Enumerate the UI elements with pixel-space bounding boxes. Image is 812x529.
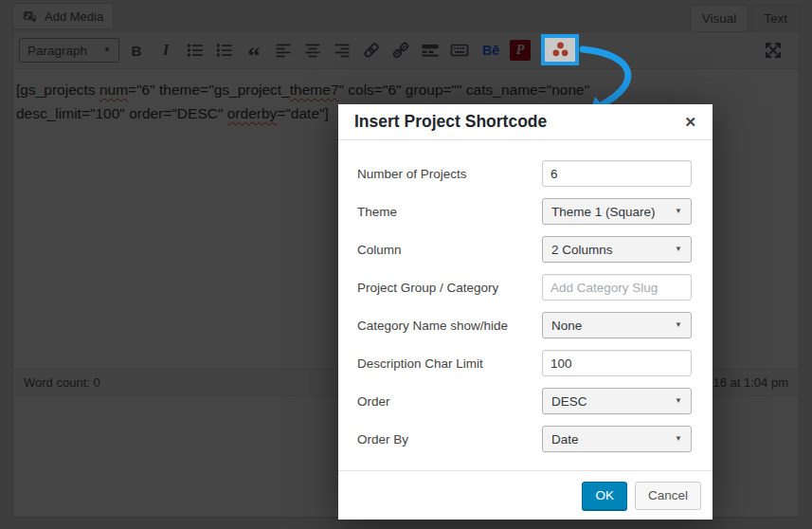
field-label: Column [357, 243, 402, 257]
dialog-body: Number of Projects Theme Theme 1 (Square… [338, 140, 713, 452]
wordpress-editor-screen: Add Media Visual Text Paragraph ▼ B I [0, 0, 812, 529]
field-label: Number of Projects [357, 167, 467, 181]
number-of-projects-input[interactable] [542, 160, 692, 187]
description-char-limit-input[interactable] [542, 350, 692, 376]
orderby-select[interactable]: Date ▼ [542, 426, 692, 452]
field-label: Order By [357, 432, 408, 447]
column-select[interactable]: 2 Columns ▼ [542, 236, 692, 263]
chevron-down-icon: ▼ [675, 208, 682, 215]
ok-button[interactable]: OK [582, 482, 627, 510]
field-row: Order DESC ▼ [357, 388, 692, 414]
category-name-select[interactable]: None ▼ [542, 312, 692, 338]
field-label: Theme [357, 205, 397, 219]
select-value: None [551, 319, 582, 333]
dialog-header: Insert Project Shortcode ✕ [338, 104, 713, 140]
dialog-title: Insert Project Shortcode [354, 112, 547, 132]
shortcode-button-highlight [541, 34, 579, 65]
dialog-footer: OK Cancel [338, 470, 713, 520]
field-row: Order By Date ▼ [357, 426, 692, 452]
chevron-down-icon: ▼ [675, 246, 682, 253]
field-row: Project Group / Category [357, 274, 692, 301]
order-select[interactable]: DESC ▼ [542, 388, 692, 414]
chevron-down-icon: ▼ [675, 321, 682, 329]
chevron-down-icon: ▼ [675, 435, 682, 443]
cancel-button[interactable]: Cancel [635, 482, 701, 510]
field-label: Project Group / Category [357, 281, 498, 295]
select-value: DESC [551, 394, 587, 409]
field-row: Description Char Limit [357, 350, 692, 376]
select-value: Date [551, 432, 579, 447]
gs-projects-dots-icon [550, 40, 570, 60]
field-row: Number of Projects [357, 160, 692, 187]
chevron-down-icon: ▼ [675, 397, 682, 405]
select-value: 2 Columns [551, 243, 613, 257]
insert-project-shortcode-dialog: Insert Project Shortcode ✕ Number of Pro… [338, 104, 713, 520]
field-row: Theme Theme 1 (Square) ▼ [357, 198, 692, 225]
close-icon[interactable]: ✕ [684, 114, 696, 131]
field-label: Category Name show/hide [357, 319, 508, 333]
field-label: Description Char Limit [357, 356, 483, 371]
field-row: Column 2 Columns ▼ [357, 236, 692, 263]
select-value: Theme 1 (Square) [551, 205, 656, 219]
category-slug-input[interactable] [542, 274, 692, 301]
theme-select[interactable]: Theme 1 (Square) ▼ [542, 198, 692, 225]
field-row: Category Name show/hide None ▼ [357, 312, 692, 338]
field-label: Order [357, 394, 390, 409]
